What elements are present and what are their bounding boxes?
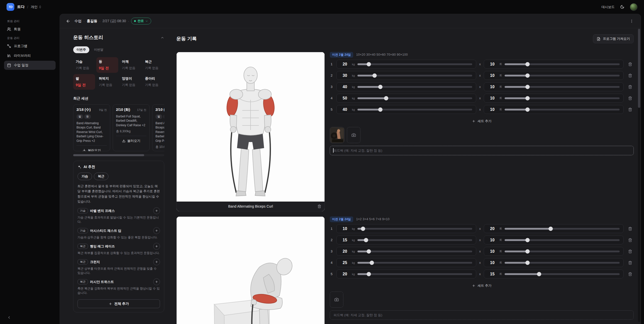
slider-thumb[interactable] [526,107,530,112]
tab-this-week[interactable]: 이번주 [73,46,89,53]
slider-thumb[interactable] [373,73,377,78]
add-exercise-button[interactable] [153,258,160,265]
status-badge[interactable]: 완료 [131,18,151,24]
reps-slider[interactable] [505,272,620,276]
slider-thumb[interactable] [378,107,382,112]
reps-unit: 회 [499,62,502,66]
tab-this-month[interactable]: 이번달 [91,46,107,53]
theme-toggle-moon-icon[interactable] [620,5,624,9]
slider-thumb[interactable] [526,96,530,100]
sidebar-item-schedule[interactable]: 수업 일정 [4,61,56,70]
import-program-button[interactable]: 프로그램 가져오기 [593,34,634,43]
weight-slider[interactable] [357,249,472,254]
slider-thumb[interactable] [378,85,382,89]
add-set-button[interactable]: 세트 추가 [330,282,634,289]
weight-slider[interactable] [357,62,472,67]
slider-thumb[interactable] [367,62,371,66]
reps-slider[interactable] [505,73,620,78]
set-number: 5 [330,108,333,111]
reps-slider[interactable] [505,261,620,265]
weight-box: 20 kg [336,270,476,278]
add-photo-camera-button[interactable] [330,291,343,308]
weight-unit: kg [352,85,355,88]
app-logo[interactable]: TD [7,3,14,11]
add-exercise-button[interactable] [153,207,160,214]
muscle-tag: 등 [163,114,165,119]
delete-set-trash-icon[interactable] [627,96,634,100]
delete-set-trash-icon[interactable] [627,272,634,276]
delete-set-trash-icon[interactable] [627,238,634,242]
add-exercise-button[interactable] [153,243,160,250]
reps-slider[interactable] [505,238,620,242]
vertical-scrollbar-thumb[interactable] [638,29,640,108]
exercise-description: 측면 복근을 강화하여 복부의 전체적인 근력을 향상시킬 수 있습니다. [77,286,160,295]
weight-slider[interactable] [357,261,472,265]
slider-thumb[interactable] [526,85,530,89]
back-arrow-icon[interactable] [66,19,70,23]
add-photo-camera-button[interactable] [347,127,360,143]
reps-slider[interactable] [505,226,620,231]
slider-thumb[interactable] [526,62,530,66]
add-set-button[interactable]: 세트 추가 [330,118,634,124]
reps-slider[interactable] [505,62,620,67]
add-exercise-button[interactable] [153,278,160,285]
reps-slider[interactable] [505,249,620,254]
slider-thumb[interactable] [537,272,541,276]
reps-slider[interactable] [505,107,620,112]
session-total-volume: 총 10.6톤 [155,145,164,149]
weight-slider[interactable] [357,272,472,276]
feedback-input[interactable] [330,310,634,320]
weight-slider[interactable] [357,73,472,78]
more-options-kebab-icon[interactable] [629,18,635,24]
slider-thumb[interactable] [364,238,368,242]
weight-slider[interactable] [357,107,472,112]
delete-exercise-trash-icon[interactable] [317,205,321,208]
sidebar-collapse-chevron-left-icon[interactable] [6,314,13,321]
weight-slider[interactable] [357,226,472,231]
sidebar-item-library[interactable]: 라이브러리 [4,51,56,60]
delete-set-trash-icon[interactable] [627,85,634,89]
weight-slider[interactable] [357,238,472,242]
reps-value: 10 [488,85,497,89]
slider-thumb[interactable] [384,96,388,100]
workspace-switcher[interactable]: 개인 [31,5,42,9]
slider-thumb[interactable] [526,261,530,265]
weight-unit: kg [352,108,355,111]
slider-thumb[interactable] [548,226,553,231]
reps-slider[interactable] [505,96,620,101]
sidebar-item-programs[interactable]: 프로그램 [4,42,56,51]
session-datetime: 2/27 (금) 08:30 [102,19,126,23]
sessions-scrollbar-thumb[interactable] [73,154,144,156]
add-exercise-button[interactable] [153,227,160,234]
slider-thumb[interactable] [367,249,371,253]
delete-set-trash-icon[interactable] [627,74,634,78]
weight-slider[interactable] [357,85,472,89]
sidebar-item-members[interactable]: 회원 [4,25,56,34]
dashboard-link[interactable]: 대시보드 [601,5,615,9]
reps-value: 20 [488,226,497,231]
slider-thumb[interactable] [526,238,530,242]
workout-photo-thumbnail[interactable] [330,127,344,143]
sidebar-section-members: 회원 관리 [4,17,56,25]
delete-set-trash-icon[interactable] [627,261,634,265]
delete-set-trash-icon[interactable] [627,108,634,112]
feedback-input[interactable] [330,146,634,155]
user-avatar[interactable] [630,3,637,11]
download-icon [83,149,86,151]
slider-thumb[interactable] [367,272,371,276]
load-session-button[interactable]: 불러오기 [116,136,146,143]
weight-slider[interactable] [357,96,472,101]
load-session-button[interactable]: 불러오기 [76,146,107,151]
ai-recommendation-item: 복근 행잉 레그 레이즈 복근 하부를 집중적으로 강화할 수 있는 효과적인 … [77,243,160,255]
slider-thumb[interactable] [361,226,365,231]
weight-unit: kg [352,74,355,77]
slider-thumb[interactable] [526,249,530,253]
reps-slider[interactable] [505,85,620,89]
delete-set-trash-icon[interactable] [627,249,634,253]
slider-thumb[interactable] [370,261,374,265]
delete-set-trash-icon[interactable] [627,227,634,231]
collapse-chevron-up-icon[interactable] [160,36,164,40]
add-all-button[interactable]: 전체 추가 [77,299,160,308]
delete-set-trash-icon[interactable] [627,62,634,66]
slider-thumb[interactable] [526,73,530,78]
